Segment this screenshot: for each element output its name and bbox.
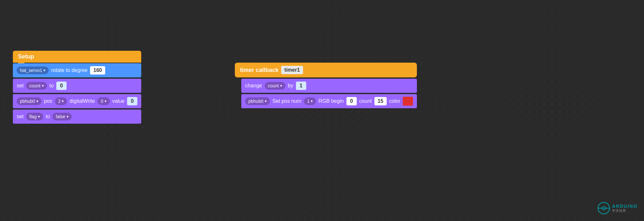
- to-text: to: [50, 83, 54, 89]
- svg-text:∞: ∞: [602, 205, 606, 211]
- pos-num-dropdown[interactable]: 2: [55, 97, 67, 105]
- change-by-value[interactable]: 1: [296, 82, 306, 90]
- timer-callback-text: timer callback: [240, 67, 279, 74]
- timer-block-stack: change count by 1 pbhub0 Set pos num 1 R…: [241, 79, 417, 108]
- rgb-begin-block: pbhub0 Set pos num 1 RGB begin 0 count 1…: [241, 94, 417, 108]
- flag-dropdown[interactable]: flag: [26, 113, 43, 120]
- set-flag-text: set: [17, 114, 23, 119]
- count-label: count: [359, 98, 372, 104]
- digital-write-block: pbhub0 pos 2 digitalWrite 0 value 0: [13, 94, 141, 108]
- set-flag-block: set flag to false: [13, 110, 141, 124]
- rotate-text: rotate to degree: [51, 67, 87, 73]
- setup-block-stack: hat_servo1 rotate to degree 160 set coun…: [13, 63, 141, 124]
- set-text: set: [17, 83, 23, 89]
- pos-num1-dropdown[interactable]: 1: [304, 97, 316, 105]
- timer-group: timer callback timer1 change count by 1 …: [235, 63, 417, 108]
- digital-write-text: digitalWrite: [69, 98, 95, 104]
- setup-hat-label: Setup: [18, 53, 34, 60]
- count-change-dropdown[interactable]: count: [265, 82, 285, 90]
- timer-hat-block: timer callback timer1: [235, 63, 417, 77]
- color-label: color: [389, 98, 400, 104]
- servo-rotate-block: hat_servo1 rotate to degree 160: [13, 63, 141, 77]
- pbhub0-dropdown[interactable]: pbhub0: [17, 97, 41, 105]
- false-dropdown[interactable]: false: [52, 113, 72, 120]
- arduino-bottom-label: 中文社区: [612, 209, 638, 212]
- change-count-block: change count by 1: [241, 79, 417, 93]
- count-value[interactable]: 0: [56, 82, 67, 90]
- arduino-logo: ∞ ARDUINO 中文社区: [597, 202, 638, 215]
- rgb-begin-text: RGB begin: [318, 98, 344, 104]
- setup-group: Setup hat_servo1 rotate to degree 160 se…: [13, 51, 141, 124]
- pos-text: pos: [44, 98, 52, 104]
- timer-label: timer1: [281, 66, 303, 74]
- arduino-top-label: ARDUINO: [612, 204, 638, 209]
- degree-value[interactable]: 160: [90, 66, 105, 75]
- rgb-begin-value[interactable]: 0: [346, 97, 357, 105]
- by-text: by: [288, 83, 293, 89]
- arduino-icon: ∞: [597, 202, 610, 215]
- pbhub0-rgb-dropdown[interactable]: pbhub0: [245, 97, 270, 105]
- arduino-text-block: ARDUINO 中文社区: [612, 204, 638, 212]
- servo-dropdown[interactable]: hat_servo1: [17, 66, 49, 74]
- digital-write-val-dropdown[interactable]: 0: [97, 97, 110, 105]
- setup-hat-block: Setup: [13, 51, 141, 63]
- write-value[interactable]: 0: [127, 97, 137, 105]
- to-flag-text: to: [46, 114, 50, 119]
- color-swatch[interactable]: [403, 97, 413, 106]
- change-text: change: [245, 83, 262, 89]
- count-15-value[interactable]: 15: [374, 97, 387, 105]
- set-count-block: set count to 0: [13, 79, 141, 93]
- count-dropdown[interactable]: count: [26, 82, 47, 90]
- set-pos-text: Set pos num: [272, 98, 301, 104]
- value-text: value: [112, 98, 124, 104]
